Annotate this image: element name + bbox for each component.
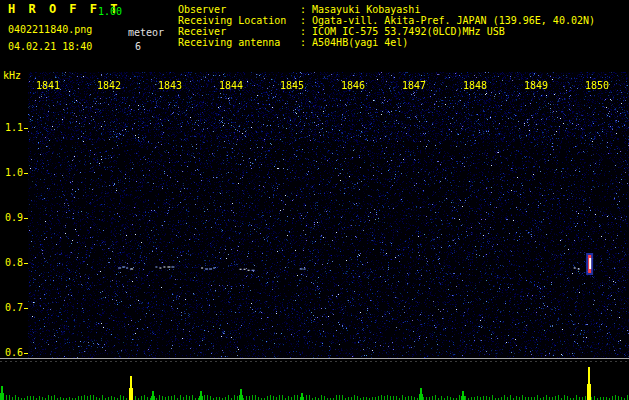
station-info-block: Observer: Masayuki KobayashiReceiving Lo… bbox=[178, 4, 595, 48]
info-row: Receiving Location: Ogata-vill. Akita-Pr… bbox=[178, 15, 595, 26]
app-version: 1.00 bbox=[98, 6, 122, 17]
time-label: 1850 bbox=[585, 80, 609, 91]
info-row: Observer: Masayuki Kobayashi bbox=[178, 4, 595, 15]
time-label: 1843 bbox=[158, 80, 182, 91]
freq-tick bbox=[24, 128, 28, 129]
info-value: : ICOM IC-575 53.7492(0LCD)MHz USB bbox=[300, 26, 505, 37]
info-label: Observer bbox=[178, 4, 300, 15]
freq-tick bbox=[24, 263, 28, 264]
time-label: 1849 bbox=[524, 80, 548, 91]
mode-label: meteor bbox=[128, 27, 164, 38]
freq-label: 0.9 bbox=[5, 212, 23, 223]
info-label: Receiver bbox=[178, 26, 300, 37]
time-label: 1841 bbox=[36, 80, 60, 91]
freq-tick bbox=[24, 353, 28, 354]
signal-strength-graph bbox=[0, 358, 629, 400]
time-label: 1844 bbox=[219, 80, 243, 91]
freq-label: 0.8 bbox=[5, 257, 23, 268]
spectrogram-canvas bbox=[28, 72, 629, 358]
info-value: : Ogata-vill. Akita-Pref. JAPAN (139.96E… bbox=[300, 15, 595, 26]
timestamp: 04.02.21 18:40 bbox=[8, 41, 92, 52]
freq-tick bbox=[24, 308, 28, 309]
output-filename: 0402211840.png bbox=[8, 24, 92, 35]
echo-count: 6 bbox=[135, 41, 141, 52]
time-label: 1846 bbox=[341, 80, 365, 91]
freq-label: 1.0 bbox=[5, 167, 23, 178]
freq-label: 0.7 bbox=[5, 302, 23, 313]
time-label: 1847 bbox=[402, 80, 426, 91]
freq-label: 0.6 bbox=[5, 347, 23, 358]
time-label: 1848 bbox=[463, 80, 487, 91]
info-label: Receiving antenna bbox=[178, 37, 300, 48]
freq-unit-label: kHz bbox=[3, 70, 21, 81]
info-row: Receiver: ICOM IC-575 53.7492(0LCD)MHz U… bbox=[178, 26, 595, 37]
freq-label: 1.1 bbox=[5, 122, 23, 133]
hrofft-window: H R O F F T 1.00 0402211840.png meteor 0… bbox=[0, 0, 629, 400]
info-label: Receiving Location bbox=[178, 15, 300, 26]
time-label: 1842 bbox=[97, 80, 121, 91]
info-value: : A504HB(yagi 4el) bbox=[300, 37, 408, 48]
freq-tick bbox=[24, 173, 28, 174]
info-value: : Masayuki Kobayashi bbox=[300, 4, 420, 15]
freq-tick bbox=[24, 218, 28, 219]
time-label: 1845 bbox=[280, 80, 304, 91]
info-row: Receiving antenna: A504HB(yagi 4el) bbox=[178, 37, 595, 48]
